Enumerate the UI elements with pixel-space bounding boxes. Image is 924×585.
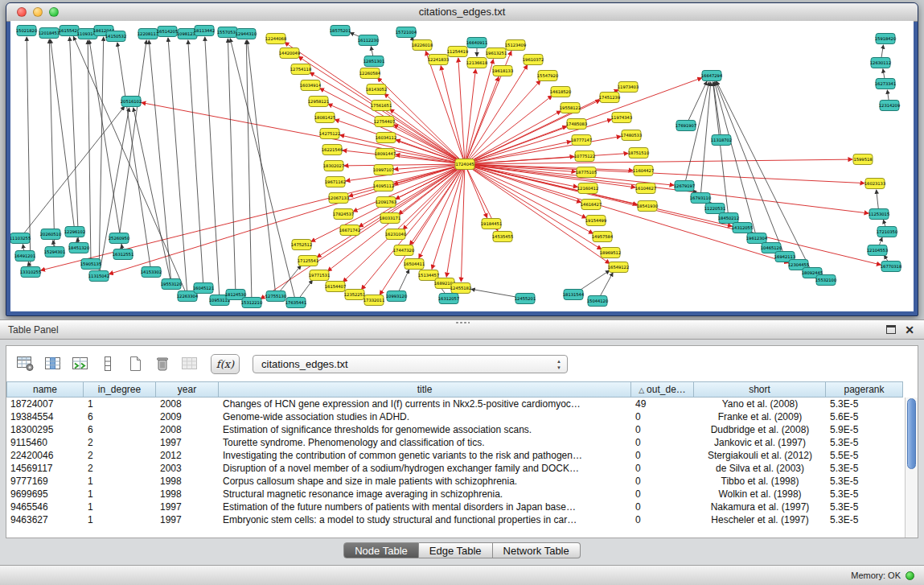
network-node[interactable]: 15721004 [396, 27, 417, 38]
network-node[interactable]: 17635441 [285, 298, 306, 308]
network-node[interactable]: 12241833 [428, 55, 449, 65]
network-node[interactable]: 14150532 [105, 31, 126, 42]
network-node[interactable]: 19618133 [492, 66, 513, 76]
network-edge[interactable] [89, 40, 123, 254]
network-node[interactable]: 16647294 [701, 71, 723, 81]
network-node[interactable]: 17447320 [393, 245, 414, 256]
network-node[interactable]: 12091763 [376, 197, 396, 208]
network-node[interactable]: 12851301 [363, 56, 384, 67]
network-node[interactable]: 1599518 [853, 154, 873, 165]
network-node[interactable]: 14420049 [279, 48, 300, 59]
row-height-icon[interactable] [98, 355, 117, 373]
network-edge[interactable] [340, 135, 465, 164]
network-node[interactable]: 18226018 [412, 40, 433, 51]
network-node[interactable]: 18751510 [628, 148, 649, 159]
network-node[interactable]: 17210350 [877, 227, 897, 237]
network-node[interactable]: 16312057 [438, 294, 459, 304]
network-node[interactable]: 13310255 [20, 267, 41, 278]
table-row[interactable]: 1938455462009Genome-wide association stu… [6, 410, 905, 423]
network-node[interactable]: 11254419 [447, 47, 468, 57]
network-node[interactable]: 15547920 [537, 71, 558, 81]
network-node[interactable]: 19771531 [309, 270, 330, 281]
network-node[interactable]: 19558122 [560, 103, 581, 113]
table-row[interactable]: 2242004622012Investigating the contribut… [6, 449, 905, 462]
network-node[interactable]: 16104627 [635, 183, 656, 194]
network-node[interactable]: 18775105 [576, 167, 597, 178]
network-node[interactable]: 14535455 [492, 232, 513, 242]
network-node[interactable]: 17561651 [371, 101, 392, 111]
network-node[interactable]: 15918420 [875, 34, 896, 44]
network-edge[interactable] [168, 38, 187, 296]
network-node[interactable]: 16221546 [322, 145, 343, 155]
table-row[interactable]: 1830029562008Estimation of significance … [6, 423, 905, 436]
network-node[interactable]: 12208113 [138, 29, 158, 39]
vertical-scrollbar[interactable] [905, 398, 918, 538]
network-node[interactable]: 12067133 [328, 193, 349, 204]
network-node[interactable]: 19610372 [523, 55, 544, 65]
network-edge[interactable] [713, 82, 721, 140]
network-node[interactable]: 14312055 [732, 223, 753, 233]
network-edge[interactable] [328, 104, 465, 164]
network-edge[interactable] [142, 102, 465, 164]
network-node[interactable]: 18451320 [68, 243, 89, 253]
network-edge[interactable] [205, 37, 220, 300]
network-graph[interactable]: 1724045122440681442004912754118160349141… [10, 21, 914, 311]
network-edge[interactable] [49, 39, 55, 252]
tab-network-table[interactable]: Network Table [493, 542, 581, 558]
network-edge[interactable] [188, 40, 203, 288]
network-node[interactable]: 12314209 [879, 101, 900, 111]
column-header-name[interactable]: name [6, 381, 84, 398]
table-row[interactable]: 1872400712008Changes of HCN gene express… [6, 398, 905, 410]
network-edge[interactable] [133, 108, 171, 284]
zoom-window-button[interactable] [49, 7, 59, 17]
network-node[interactable]: 15905135 [80, 259, 101, 270]
network-node[interactable]: 18131544 [563, 290, 585, 300]
network-table-select[interactable]: citations_edges.txt ▲▼ [253, 355, 568, 373]
network-node[interactable]: 16514205 [157, 27, 178, 37]
network-node[interactable]: 11315042 [88, 271, 109, 282]
network-edge[interactable] [20, 106, 125, 238]
function-builder-button[interactable]: f(x) [211, 354, 240, 374]
network-node[interactable]: 15123409 [505, 40, 526, 51]
network-node[interactable]: 12455201 [515, 294, 536, 304]
network-edge[interactable] [465, 164, 789, 263]
window-titlebar[interactable]: citations_edges.txt [6, 3, 918, 22]
network-node[interactable]: 16045121 [193, 283, 214, 294]
network-node[interactable]: 10775122 [574, 151, 595, 162]
table-row[interactable]: 977716911998Corpus callosum shape and si… [6, 475, 905, 488]
network-node[interactable]: 12260584 [359, 68, 381, 79]
network-edge[interactable] [465, 164, 881, 265]
scrollbar-thumb[interactable] [907, 398, 916, 469]
network-node[interactable]: 15312210 [241, 298, 262, 308]
network-node[interactable]: 11973403 [618, 82, 639, 93]
network-node[interactable]: 18143052 [366, 84, 387, 95]
table-row[interactable]: 946362711997Embryonic stem cells: a mode… [6, 513, 905, 526]
network-node[interactable]: 17485083 [566, 119, 587, 130]
network-node[interactable]: 14095112 [373, 181, 394, 192]
network-edge[interactable] [99, 37, 104, 276]
network-node[interactable]: 1724045 [455, 159, 474, 170]
network-node[interactable]: 12018453 [39, 28, 60, 39]
close-window-button[interactable] [17, 7, 27, 17]
network-edge[interactable] [684, 82, 709, 186]
network-node[interactable]: 19184451 [481, 219, 502, 229]
network-node[interactable]: 16491201 [14, 251, 35, 262]
network-node[interactable]: 17451239 [599, 93, 620, 103]
network-view-window[interactable]: citations_edges.txt 17240451224406814420… [6, 2, 918, 316]
network-node[interactable]: 15044120 [587, 296, 608, 307]
network-node[interactable]: 10997107 [373, 165, 394, 175]
column-header-title[interactable]: title [219, 381, 631, 398]
network-node[interactable]: 12630112 [870, 58, 891, 68]
network-node[interactable]: 12455182 [450, 283, 471, 294]
network-node[interactable]: 12944310 [236, 29, 257, 39]
network-node[interactable]: 12136618 [466, 58, 487, 68]
column-header-short[interactable]: short [694, 381, 826, 398]
network-node[interactable]: 15294301 [44, 247, 65, 257]
network-node[interactable]: 16112230 [358, 35, 379, 46]
rename-column-icon[interactable] [180, 355, 199, 373]
network-node[interactable]: 14153302 [141, 267, 162, 278]
table-mode-icon[interactable] [16, 355, 35, 373]
network-edge[interactable] [109, 164, 465, 274]
network-node[interactable]: 15532100 [815, 275, 836, 286]
network-canvas[interactable]: 1724045122440681442004912754118160349141… [10, 21, 914, 311]
